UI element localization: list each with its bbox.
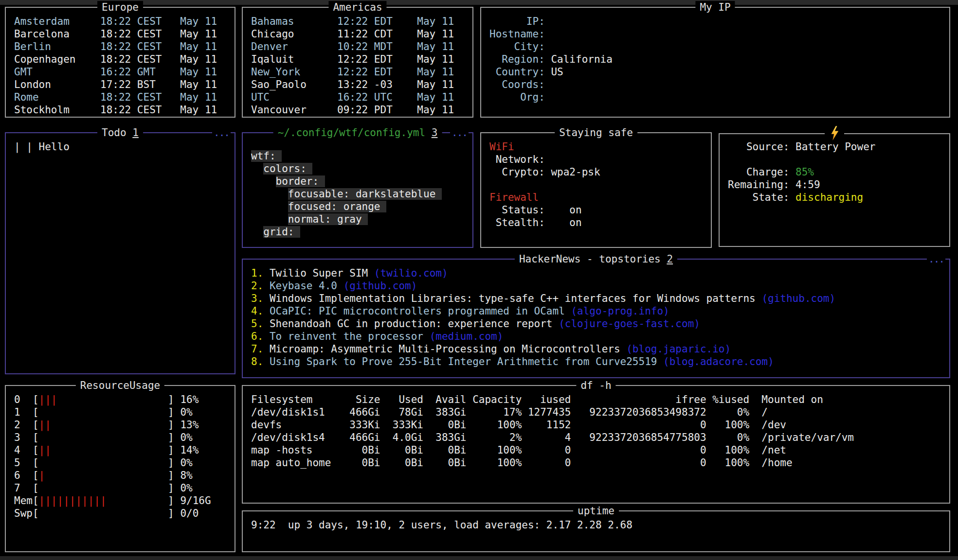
todo-checkbox[interactable]: | |	[14, 141, 33, 153]
config-line: colors:	[251, 162, 464, 175]
meter-bracket: [	[33, 482, 39, 494]
df-cell-iused: 0	[522, 456, 571, 469]
spacer	[749, 456, 761, 469]
df-cell-size: 0Bi	[337, 444, 380, 456]
meter-bracket: [	[33, 432, 39, 443]
clock-city: Sao_Paolo	[251, 78, 337, 91]
story-item[interactable]: 1.Twilio Super SIM(twilio.com)	[251, 267, 941, 280]
staying-safe-content: WiFi Network: Crypto:wpa2-psk Firewall S…	[481, 133, 711, 229]
field-label: Network:	[489, 153, 545, 166]
story-item[interactable]: 3.Windows Implementation Libraries: type…	[251, 292, 941, 305]
config-indent	[251, 213, 288, 225]
europe-clock-list: Amsterdam18:22CESTMay 11 Barcelona18:22C…	[6, 8, 235, 116]
story-title[interactable]: Using Spark to Prove 255-Bit Integer Ari…	[263, 355, 657, 368]
column-header: ifree	[571, 393, 706, 406]
story-item[interactable]: 6.To reinvent the processor(medium.com)	[251, 330, 941, 343]
meter-bars: ||	[39, 444, 168, 456]
story-domain-link[interactable]: (blog.adacore.com)	[657, 355, 774, 368]
story-domain-link[interactable]: (github.com)	[337, 280, 417, 292]
clock-timezone: GMT	[131, 66, 174, 78]
clock-row: Berlin18:22CESTMay 11	[14, 40, 226, 53]
meter-bracket: ]	[168, 470, 174, 481]
battery-field-row: Remaining:4:59	[728, 178, 941, 191]
df-cell-avail: 0Bi	[423, 444, 467, 456]
meter-value: 0/0	[174, 508, 199, 519]
clock-timezone: CEST	[131, 28, 174, 40]
panel-disk-usage: df -h FilesystemSizeUsedAvailCapacityius…	[242, 385, 950, 504]
uptime-text: 9:22 up 3 days, 19:10, 2 users, load ave…	[251, 519, 941, 531]
story-rank: 5.	[251, 317, 263, 330]
clock-time: 17:22	[100, 78, 131, 91]
story-rank: 2.	[251, 280, 263, 292]
story-rank: 1.	[251, 267, 263, 280]
firewall-section-heading: Firewall	[489, 191, 703, 204]
panel-todo[interactable]: Todo1 ... | |Hello	[5, 132, 235, 374]
story-domain-link[interactable]: (blog.japaric.io)	[620, 343, 731, 355]
panel-europe-clocks: Europe Amsterdam18:22CESTMay 11 Barcelon…	[5, 7, 235, 118]
clock-city: Denver	[251, 40, 337, 53]
meter-bracket: [	[33, 508, 39, 519]
df-cell-pct-iused: 0%	[706, 431, 750, 444]
clock-city: Copenhagen	[14, 53, 100, 66]
df-cell-filesystem: /dev/disk1s4	[251, 431, 337, 444]
panel-hackernews[interactable]: HackerNews - topstories2 ... 1.Twilio Su…	[242, 259, 950, 378]
column-header: Size	[337, 393, 380, 406]
clock-row: GMT16:22GMTMay 11	[14, 66, 226, 78]
ip-field-row: Coords:	[489, 78, 941, 91]
clock-row: Copenhagen18:22CESTMay 11	[14, 53, 226, 66]
clock-time: 10:22	[337, 40, 368, 53]
panel-uptime: uptime 9:22 up 3 days, 19:10, 2 users, l…	[242, 510, 950, 552]
story-title[interactable]: Shenandoah GC in production: experience …	[263, 317, 552, 330]
story-domain-link[interactable]: (algo-prog.info)	[565, 305, 669, 317]
field-value	[545, 153, 551, 166]
spacer	[749, 444, 761, 456]
field-label: Org:	[489, 91, 545, 104]
config-line-text: normal: gray	[288, 213, 368, 225]
story-item[interactable]: 5.Shenandoah GC in production: experienc…	[251, 317, 941, 330]
story-domain-link[interactable]: (clojure-goes-fast.com)	[553, 317, 700, 330]
clock-date: May 11	[411, 91, 454, 104]
story-title[interactable]: To reinvent the processor	[263, 330, 423, 343]
config-line-text: wtf:	[251, 150, 282, 162]
meter-label: Mem	[14, 494, 33, 507]
hackernews-title-label: HackerNews - topstories	[519, 253, 661, 265]
clock-time: 09:22	[337, 104, 368, 116]
story-item[interactable]: 7.Microamp: Asymmetric Multi-Processing …	[251, 343, 941, 355]
todo-item[interactable]: | |Hello	[14, 140, 226, 153]
panel-config-file[interactable]: ~/.config/wtf/config.yml3 ... wtf: color…	[242, 132, 473, 248]
story-domain-link[interactable]: (github.com)	[756, 292, 835, 305]
clock-date: May 11	[174, 78, 217, 91]
wifi-field-row: Network:	[489, 153, 703, 166]
clock-row: Iqaluit12:22EDTMay 11	[251, 53, 464, 66]
story-title[interactable]: Keybase 4.0	[263, 280, 337, 292]
clock-row: London17:22BSTMay 11	[14, 78, 226, 91]
clock-city: Bahamas	[251, 15, 337, 28]
story-title[interactable]: OCaPIC: PIC microcontrollers programmed …	[263, 305, 565, 317]
column-header: Avail	[423, 393, 467, 406]
story-item[interactable]: 8.Using Spark to Prove 255-Bit Integer A…	[251, 355, 941, 368]
story-rank: 7.	[251, 343, 263, 355]
df-cell-used: 4.0Gi	[380, 431, 424, 444]
hackernews-panel-index: 2	[661, 253, 673, 265]
meter-bars: ||	[39, 419, 168, 431]
story-title[interactable]: Twilio Super SIM	[263, 267, 368, 280]
clock-row: New_York12:22EDTMay 11	[251, 66, 464, 78]
story-domain-link[interactable]: (medium.com)	[423, 330, 503, 343]
df-cell-capacity: 100%	[467, 419, 522, 431]
battery-charge-value: 85%	[789, 166, 814, 178]
story-title[interactable]: Windows Implementation Libraries: type-s…	[263, 292, 755, 305]
meter-label: 6	[14, 469, 33, 482]
config-line-text: focused: orange	[288, 201, 386, 212]
df-cell-size: 466Gi	[337, 431, 380, 444]
spacer	[489, 178, 703, 191]
clock-row: Amsterdam18:22CESTMay 11	[14, 15, 226, 28]
story-item[interactable]: 2.Keybase 4.0(github.com)	[251, 280, 941, 292]
story-item[interactable]: 4.OCaPIC: PIC microcontrollers programme…	[251, 305, 941, 317]
clock-city: Iqaluit	[251, 53, 337, 66]
story-title[interactable]: Microamp: Asymmetric Multi-Processing on…	[263, 343, 620, 355]
cpu-meter-row: 2[||]13%	[14, 419, 226, 431]
meter-bracket: [	[33, 419, 39, 431]
panel-my-ip: My IP IP: Hostname: City: Region:Califor…	[480, 7, 950, 118]
clock-time: 13:22	[337, 78, 368, 91]
story-domain-link[interactable]: (twilio.com)	[368, 267, 448, 280]
